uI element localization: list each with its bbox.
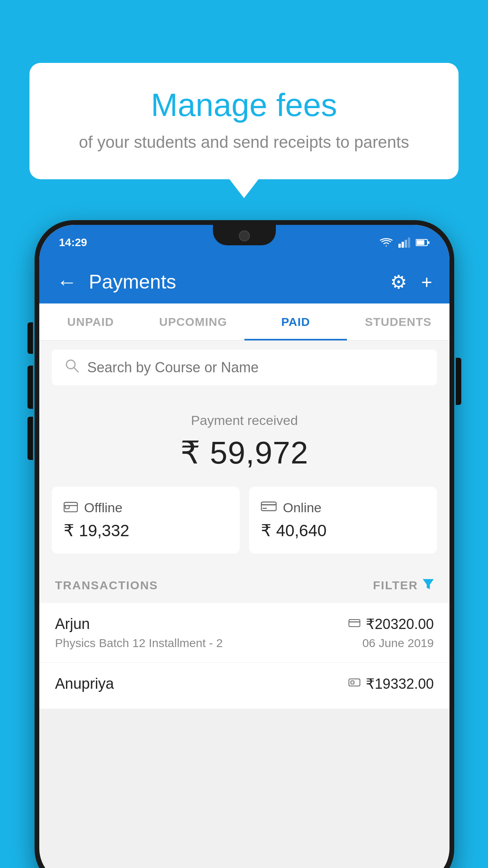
offline-amount: ₹ 19,332 bbox=[64, 521, 228, 540]
manage-fees-title: Manage fees bbox=[61, 86, 427, 123]
svg-line-8 bbox=[74, 368, 78, 372]
search-bar[interactable] bbox=[52, 349, 437, 385]
online-icon bbox=[261, 500, 277, 515]
battery-icon bbox=[416, 239, 430, 246]
app-bar-actions: ⚙ + bbox=[390, 271, 432, 293]
tab-paid[interactable]: PAID bbox=[244, 303, 347, 340]
offline-label: Offline bbox=[84, 500, 123, 515]
app-bar: ← Payments ⚙ + bbox=[39, 260, 449, 303]
speech-bubble-container: Manage fees of your students and send re… bbox=[29, 63, 459, 179]
filter-icon bbox=[423, 579, 434, 592]
svg-rect-12 bbox=[261, 502, 276, 511]
speech-bubble: Manage fees of your students and send re… bbox=[29, 63, 459, 179]
transaction-name: Arjun bbox=[55, 616, 90, 633]
transaction-amount-2: ₹19332.00 bbox=[366, 676, 434, 692]
svg-rect-16 bbox=[349, 620, 360, 627]
transaction-name-2: Anupriya bbox=[55, 675, 114, 692]
signal-icon bbox=[398, 237, 410, 248]
svg-rect-6 bbox=[428, 241, 429, 244]
add-icon[interactable]: + bbox=[421, 271, 432, 293]
svg-rect-3 bbox=[408, 237, 410, 248]
transaction-date: 06 June 2019 bbox=[362, 636, 434, 650]
svg-rect-2 bbox=[405, 240, 407, 248]
payment-received-label: Payment received bbox=[51, 413, 438, 428]
settings-icon[interactable]: ⚙ bbox=[390, 271, 407, 293]
tab-upcoming[interactable]: UPCOMING bbox=[142, 303, 244, 340]
svg-rect-1 bbox=[402, 242, 404, 248]
transaction-amount-container-2: ₹19332.00 bbox=[349, 676, 434, 692]
transaction-row-top-2: Anupriya ₹19332.00 bbox=[55, 675, 434, 692]
search-input[interactable] bbox=[87, 359, 424, 376]
phone-screen: 14:29 bbox=[39, 225, 449, 868]
wifi-icon bbox=[380, 237, 393, 248]
status-time: 14:29 bbox=[59, 236, 87, 249]
status-bar-area: 14:29 bbox=[39, 225, 449, 260]
status-bar: 14:29 bbox=[59, 236, 430, 249]
filter-button[interactable]: FILTER bbox=[373, 579, 434, 592]
offline-card: Offline ₹ 19,332 bbox=[52, 487, 240, 554]
svg-rect-5 bbox=[416, 240, 424, 245]
online-amount: ₹ 40,640 bbox=[261, 521, 425, 540]
transaction-row-top: Arjun ₹20320.00 bbox=[55, 616, 434, 633]
payment-amount: ₹ 59,972 bbox=[51, 434, 438, 471]
manage-fees-subtitle: of your students and send receipts to pa… bbox=[61, 133, 427, 152]
transaction-item-anupriya[interactable]: Anupriya ₹19332.00 bbox=[39, 663, 449, 709]
online-card-header: Online bbox=[261, 500, 425, 515]
svg-rect-0 bbox=[398, 244, 401, 248]
transactions-header: TRANSACTIONS FILTER bbox=[39, 568, 449, 603]
app-bar-title: Payments bbox=[89, 270, 378, 293]
phone-frame: 14:29 bbox=[35, 220, 454, 868]
transaction-amount: ₹20320.00 bbox=[366, 616, 434, 633]
payment-summary: Payment received ₹ 59,972 bbox=[39, 394, 449, 487]
transaction-type-icon-cash bbox=[349, 677, 360, 690]
offline-icon bbox=[64, 500, 78, 515]
search-container bbox=[39, 341, 449, 394]
phone-volume-down-button bbox=[28, 366, 33, 409]
online-label: Online bbox=[283, 500, 321, 515]
transaction-course: Physics Batch 12 Installment - 2 bbox=[55, 636, 223, 650]
transactions-list: Arjun ₹20320.00 Physics Batch 12 Install… bbox=[39, 603, 449, 709]
transaction-item-arjun[interactable]: Arjun ₹20320.00 Physics Batch 12 Install… bbox=[39, 603, 449, 663]
back-button[interactable]: ← bbox=[57, 270, 77, 294]
phone-volume-up-button bbox=[28, 322, 33, 354]
status-icons bbox=[380, 237, 430, 248]
tabs-bar: UNPAID UPCOMING PAID STUDENTS bbox=[39, 303, 449, 341]
phone-side-button-3 bbox=[28, 417, 33, 460]
svg-rect-9 bbox=[64, 502, 77, 512]
tab-unpaid[interactable]: UNPAID bbox=[39, 303, 142, 340]
phone-power-button bbox=[456, 358, 461, 405]
tab-students[interactable]: STUDENTS bbox=[347, 303, 449, 340]
search-icon bbox=[64, 358, 79, 377]
online-card: Online ₹ 40,640 bbox=[249, 487, 437, 554]
offline-card-header: Offline bbox=[64, 500, 228, 515]
transaction-sub-row: Physics Batch 12 Installment - 2 06 June… bbox=[55, 636, 434, 650]
filter-label: FILTER bbox=[373, 579, 418, 592]
transactions-label: TRANSACTIONS bbox=[55, 579, 158, 592]
transaction-amount-container: ₹20320.00 bbox=[349, 616, 434, 633]
transaction-type-icon-card bbox=[349, 618, 360, 631]
payment-cards: Offline ₹ 19,332 Online ₹ 40,640 bbox=[39, 487, 449, 568]
svg-marker-15 bbox=[423, 579, 434, 589]
svg-rect-19 bbox=[351, 681, 354, 684]
